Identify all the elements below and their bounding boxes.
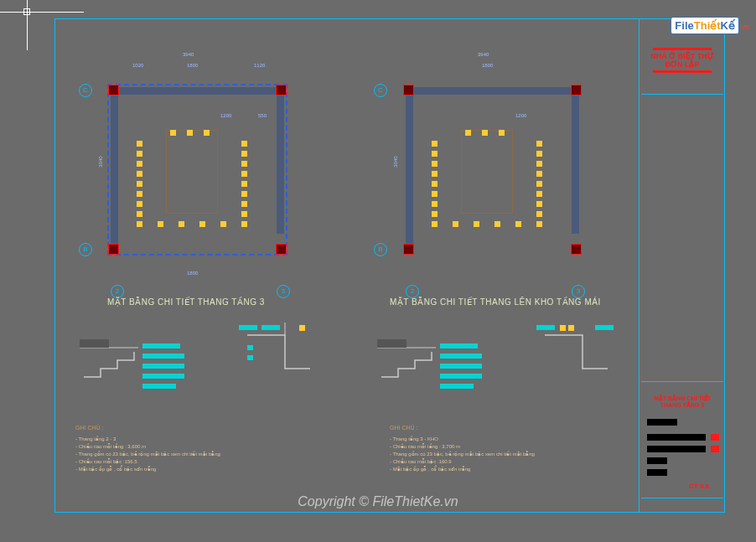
legend-dot <box>568 325 574 331</box>
note-line: - Chiều cao mỗi bậc :160.9 <box>390 458 535 466</box>
legend-bar <box>247 345 253 350</box>
step <box>137 211 142 217</box>
right-plan-title: MẶT BẰNG CHI TIẾT THANG LÊN KHO TẦNG MÁI <box>390 297 601 307</box>
column <box>571 85 582 95</box>
legend-bar <box>142 384 176 389</box>
step <box>137 191 142 197</box>
legend-bar <box>440 384 474 389</box>
step <box>241 221 247 227</box>
step <box>432 151 438 157</box>
wall <box>277 87 284 234</box>
stair-void <box>461 130 513 214</box>
step <box>432 181 438 187</box>
note-line: - Chiều cao mỗi tầng : 3,600 m <box>75 443 220 451</box>
dim: 3040 <box>393 156 398 167</box>
dim: 1800 <box>187 63 198 68</box>
step <box>137 171 142 177</box>
step <box>241 211 247 217</box>
column <box>108 244 119 255</box>
step <box>515 221 521 227</box>
axis-2: 2 <box>111 285 124 298</box>
step <box>241 201 247 207</box>
step <box>158 221 163 227</box>
axis-b: B <box>79 243 92 256</box>
logo-part1: File <box>675 19 693 32</box>
riser-detail-icon <box>536 323 612 390</box>
legend-dot <box>299 325 305 331</box>
right-plan: C B 2 3 3940 1800 1200 3040 <box>369 34 629 327</box>
legend-bar <box>440 364 482 369</box>
step <box>170 130 176 136</box>
step <box>204 130 210 136</box>
step <box>432 191 438 197</box>
dim: 1200 <box>515 113 526 118</box>
svg-rect-1 <box>80 339 109 348</box>
project-line1: NHÀ Ở BIỆT THỰ <box>641 52 723 60</box>
step <box>137 201 142 207</box>
axis-2: 2 <box>406 285 419 298</box>
step <box>241 191 247 197</box>
tb-divider <box>641 94 723 95</box>
stair-void <box>166 130 218 214</box>
tb-field <box>647 446 706 452</box>
cad-viewport[interactable]: NHÀ Ở BIỆT THỰ ĐƠN LẬP MẶT BẰNG CHI TIẾT… <box>0 0 756 542</box>
tb-divider <box>641 381 723 382</box>
dim: 3940 <box>183 52 194 57</box>
step <box>187 130 193 136</box>
legend-bar <box>595 325 614 330</box>
column <box>403 244 414 255</box>
note-line: - Thang gồm có 23 bậc, bề rộng mặt bậc x… <box>390 451 535 458</box>
step <box>432 211 438 217</box>
column <box>571 244 582 255</box>
legend-bar <box>440 374 482 379</box>
sheet-number: CT 0.9 <box>689 483 709 490</box>
step <box>241 151 247 157</box>
axis-3: 3 <box>277 285 290 298</box>
step <box>536 191 542 197</box>
ghichu-title-right: GHI CHÚ : <box>390 425 417 431</box>
note-line: - Chiều cao mỗi tầng : 3,700 m <box>390 443 535 451</box>
step <box>432 141 438 147</box>
legend-dot <box>560 325 566 331</box>
detail-right-group <box>377 335 478 397</box>
step <box>199 221 205 227</box>
step <box>432 171 438 177</box>
crosshair-pickbox <box>23 8 30 15</box>
legend-bar <box>142 364 184 369</box>
step <box>495 221 500 227</box>
legend-bar <box>142 374 184 379</box>
crosshair-horizontal <box>0 12 84 13</box>
left-plan-title: MẶT BẰNG CHI TIẾT THANG TẦNG 3 <box>107 297 265 307</box>
logo-part3: Kế <box>721 19 735 32</box>
step <box>432 221 438 227</box>
step <box>137 141 142 147</box>
column <box>276 244 287 255</box>
note-line: - Chiều cao mỗi bậc :156.5 <box>75 458 220 466</box>
legend-bar <box>261 325 280 330</box>
column <box>108 85 119 95</box>
site-logo: FileThiếtKế .vn <box>671 17 749 34</box>
logo-part2: Thiết <box>694 19 721 32</box>
project-title: NHÀ Ở BIỆT THỰ ĐƠN LẬP <box>641 46 723 75</box>
step <box>137 161 142 167</box>
step <box>137 221 142 227</box>
tb-field <box>647 457 667 464</box>
step <box>536 181 542 187</box>
dim: 1200 <box>220 113 231 118</box>
dim: 1120 <box>254 63 265 68</box>
legend-bar <box>239 325 257 330</box>
step <box>241 161 247 167</box>
step <box>241 171 247 177</box>
step <box>179 221 184 227</box>
step <box>536 211 542 217</box>
dtitle-l1: MẶT BẰNG CHI TIẾT <box>641 395 723 402</box>
tb-accent <box>711 434 719 441</box>
step <box>536 221 542 227</box>
step <box>137 181 142 187</box>
tb-field <box>647 419 677 426</box>
step <box>432 201 438 207</box>
step <box>482 130 488 136</box>
dim: 550 <box>258 113 267 118</box>
step <box>241 181 247 187</box>
step <box>453 221 458 227</box>
